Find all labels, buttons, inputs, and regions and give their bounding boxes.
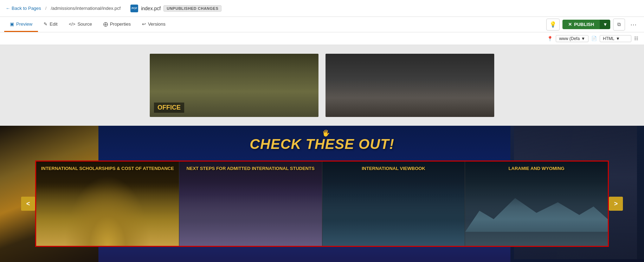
upper-card-left: OFFICE: [150, 54, 318, 117]
more-options-button[interactable]: ⋯: [628, 19, 640, 31]
site-dropdown[interactable]: www (Defa ▼: [556, 35, 588, 42]
tab-preview[interactable]: ▣ Preview: [4, 17, 38, 32]
publish-label: PUBLISH: [574, 22, 594, 27]
format-dropdown-arrow: ▼: [616, 36, 620, 41]
carousel-card-scholarships[interactable]: INTERNATIONAL SCHOLARSHIPS & COST OF ATT…: [36, 162, 179, 246]
tab-properties-label: Properties: [110, 21, 131, 27]
upper-cards-area: OFFICE: [0, 45, 644, 126]
back-to-pages-label: Back to Pages: [12, 6, 41, 11]
publish-button[interactable]: ✕ PUBLISH: [562, 20, 600, 29]
card-bg-2: [179, 162, 322, 246]
back-arrow-icon: ←: [6, 6, 10, 11]
lightbulb-button[interactable]: 💡: [546, 19, 560, 31]
tab-properties[interactable]: ⨁ Properties: [98, 17, 136, 32]
file-info: PCF index.pcf UNPUBLISHED CHANGES: [130, 5, 221, 12]
publish-group: ✕ PUBLISH ▼: [562, 20, 610, 29]
card-4-title: LARAMIE AND WYOMING: [465, 166, 608, 172]
cto-title: CHECK THESE OUT!: [0, 136, 644, 152]
carousel-next-icon: >: [614, 200, 618, 208]
site-dropdown-value: www (Defa: [559, 36, 580, 41]
expand-button[interactable]: ⧉: [613, 19, 625, 31]
nav-right: 💡 ✕ PUBLISH ▼ ⧉ ⋯: [546, 17, 640, 32]
card-1-title: INTERNATIONAL SCHOLARSHIPS & COST OF ATT…: [36, 166, 179, 172]
carousel-card-nextsteps[interactable]: NEXT STEPS FOR ADMITTED INTERNATIONAL ST…: [179, 162, 322, 246]
carousel-next-button[interactable]: >: [609, 197, 623, 211]
format-dropdown[interactable]: HTML ▼: [600, 35, 631, 42]
breadcrumb-path: /admissions/international/index.pcf: [51, 6, 121, 11]
carousel-card-laramie[interactable]: LARAMIE AND WYOMING: [465, 162, 608, 246]
file-name: index.pcf: [141, 6, 161, 11]
carousel-prev-icon: <: [26, 200, 30, 208]
site-dropdown-arrow: ▼: [581, 36, 585, 41]
tab-source-label: Source: [77, 21, 92, 27]
carousel-cards: INTERNATIONAL SCHOLARSHIPS & COST OF ATT…: [35, 161, 609, 247]
breadcrumb-separator: /: [45, 6, 47, 11]
versions-icon: ↩: [142, 21, 146, 27]
publish-dropdown-button[interactable]: ▼: [600, 20, 610, 29]
nav-tabs: ▣ Preview ✎ Edit </> Source ⨁ Properties…: [4, 17, 171, 32]
source-icon: </>: [69, 21, 76, 27]
back-to-pages-link[interactable]: ← Back to Pages: [6, 6, 41, 11]
tab-versions[interactable]: ↩ Versions: [136, 17, 171, 32]
card-right-bg: [326, 54, 494, 117]
carousel-card-viewbook[interactable]: INTERNATIONAL VIEWBOOK: [322, 162, 465, 246]
more-dots-icon: ⋯: [630, 21, 637, 28]
publish-x-icon: ✕: [568, 22, 572, 27]
lightbulb-icon: 💡: [549, 21, 556, 28]
tab-preview-label: Preview: [16, 21, 32, 27]
properties-icon: ⨁: [103, 21, 108, 27]
sub-toolbar: 📍 www (Defa ▼ 📄 HTML ▼ ☷: [0, 32, 644, 45]
card-bg-4: [465, 162, 608, 246]
grid-icon: ☷: [634, 36, 638, 41]
top-bar: ← Back to Pages / /admissions/internatio…: [0, 0, 644, 17]
carousel-prev-button[interactable]: <: [21, 197, 35, 211]
card-bg-3: [322, 162, 465, 246]
tab-edit-label: Edit: [50, 21, 57, 27]
nav-bar: ▣ Preview ✎ Edit </> Source ⨁ Properties…: [0, 17, 644, 32]
tab-source[interactable]: </> Source: [63, 17, 98, 32]
file-icon: PCF: [130, 5, 138, 12]
publish-chevron-icon: ▼: [603, 22, 607, 27]
tab-versions-label: Versions: [148, 21, 166, 27]
card-3-title: INTERNATIONAL VIEWBOOK: [322, 166, 465, 172]
cto-section: CHECK THESE OUT! < INTERNATIONAL SCHOLAR…: [0, 126, 644, 262]
document-icon: 📄: [591, 36, 597, 41]
card-2-title: NEXT STEPS FOR ADMITTED INTERNATIONAL ST…: [179, 166, 322, 172]
tab-edit[interactable]: ✎ Edit: [38, 17, 63, 32]
upper-card-right: [326, 54, 494, 117]
preview-icon: ▣: [10, 21, 14, 27]
location-icon: 📍: [547, 36, 553, 41]
format-dropdown-value: HTML: [603, 36, 614, 41]
card-left-label: OFFICE: [157, 104, 181, 111]
carousel-wrapper: < INTERNATIONAL SCHOLARSHIPS & COST OF A…: [21, 161, 623, 247]
unpublished-badge: UNPUBLISHED CHANGES: [163, 5, 221, 12]
expand-icon: ⧉: [617, 21, 621, 27]
card-bg-1: [36, 162, 179, 246]
edit-icon: ✎: [44, 21, 47, 27]
main-content: OFFICE 🖐 CHECK THESE OUT! <: [0, 45, 644, 262]
card-left-label-container: OFFICE: [154, 103, 184, 113]
